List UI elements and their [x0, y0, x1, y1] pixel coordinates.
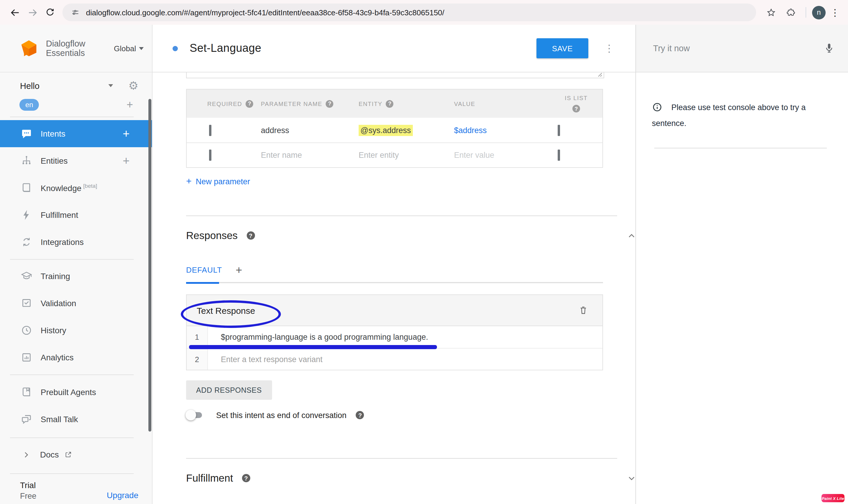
is-list-checkbox[interactable] — [558, 125, 560, 136]
variant-text-input[interactable]: $programming-language is a good programm… — [208, 326, 428, 348]
end-conversation-toggle[interactable] — [188, 412, 202, 418]
bookmark-star-icon[interactable] — [762, 3, 780, 21]
clock-icon — [21, 324, 32, 336]
screen: dialogflow.cloud.google.com/#/agent/mypr… — [0, 0, 848, 504]
sidebar-item-analytics[interactable]: Analytics — [0, 344, 152, 371]
parameter-entity-input[interactable]: Enter entity — [339, 151, 434, 160]
tune-icon[interactable] — [71, 8, 80, 17]
brand-line1: Dialogflow — [46, 39, 85, 48]
toolbar-separator — [806, 7, 806, 18]
intent-title: Set-Language — [190, 42, 261, 55]
check-square-icon — [21, 297, 32, 309]
divider — [10, 437, 134, 438]
new-parameter-label: New parameter — [196, 177, 250, 186]
reload-icon[interactable] — [41, 3, 59, 21]
parameter-value[interactable]: $address — [434, 126, 529, 134]
add-entity-icon[interactable]: + — [123, 155, 129, 167]
brand-name: Dialogflow Essentials — [46, 39, 85, 58]
test-console-input[interactable]: Try it now — [636, 25, 848, 72]
sidebar-item-label: Fulfillment — [41, 210, 78, 220]
new-parameter-link[interactable]: + New parameter — [186, 177, 603, 186]
tab-default[interactable]: DEFAULT — [186, 266, 222, 274]
help-icon[interactable]: ? — [247, 231, 255, 240]
forward-icon[interactable] — [23, 3, 41, 21]
collapse-icon[interactable] — [627, 231, 636, 241]
gear-icon[interactable]: ⚙ — [128, 80, 138, 91]
book-icon — [21, 182, 32, 194]
help-icon[interactable]: ? — [572, 105, 580, 112]
chevron-down-icon — [108, 84, 113, 87]
plus-icon: + — [186, 177, 192, 186]
required-checkbox[interactable] — [209, 149, 212, 161]
column-parameter-name: PARAMETER NAME — [261, 101, 322, 107]
save-button[interactable]: SAVE — [537, 38, 588, 58]
parameters-header-row: REQUIRED? PARAMETER NAME? ENTITY? VALUE … — [187, 90, 602, 118]
sidebar-item-entities[interactable]: Entities + — [0, 147, 152, 174]
chevron-down-icon — [139, 47, 144, 50]
agent-selector[interactable]: Hello ⚙ — [20, 80, 138, 91]
bar-chart-icon — [21, 352, 32, 363]
address-bar[interactable]: dialogflow.cloud.google.com/#/agent/mypr… — [62, 3, 756, 21]
parameter-name-input[interactable]: Enter name — [241, 151, 339, 160]
region-selector[interactable]: Global — [114, 44, 144, 53]
profile-avatar[interactable]: n — [812, 5, 826, 19]
sidebar-item-prebuilt-agents[interactable]: Prebuilt Agents — [0, 379, 152, 406]
divider — [10, 473, 134, 474]
brand-line2: Essentials — [46, 48, 85, 58]
required-checkbox[interactable] — [209, 125, 212, 136]
url-text: dialogflow.cloud.google.com/#/agent/mypr… — [86, 8, 444, 17]
chat-bubble-icon — [21, 128, 32, 140]
sidebar-item-validation[interactable]: Validation — [0, 290, 152, 317]
sidebar-item-small-talk[interactable]: Small Talk — [0, 406, 152, 433]
column-entity: ENTITY — [359, 101, 382, 107]
sidebar-item-label: Integrations — [41, 237, 84, 247]
help-icon[interactable]: ? — [326, 100, 333, 107]
sidebar-header: Dialogflow Essentials Global — [0, 25, 152, 72]
intent-menu-icon[interactable]: ⋮ — [604, 42, 614, 54]
variant-text-input[interactable]: Enter a text response variant — [208, 348, 322, 370]
expand-icon[interactable] — [627, 473, 636, 483]
parameter-value-input[interactable]: Enter value — [434, 151, 529, 160]
sidebar-item-training[interactable]: Training — [0, 263, 152, 290]
sidebar-item-integrations[interactable]: Integrations — [0, 229, 152, 255]
plan-sub: Free — [20, 491, 37, 502]
sidebar-item-history[interactable]: History — [0, 317, 152, 344]
sidebar-item-intents[interactable]: Intents + — [0, 120, 152, 147]
sidebar-item-knowledge[interactable]: Knowledge[beta] — [0, 174, 152, 201]
intent-header: Set-Language SAVE ⋮ — [152, 25, 635, 72]
training-phrase-input[interactable] — [186, 72, 604, 78]
parameter-name-value[interactable]: address — [241, 126, 339, 134]
sidebar-scrollbar[interactable] — [148, 99, 151, 432]
parameter-entity-value[interactable]: @sys.address — [359, 125, 413, 136]
sidebar-item-label: Prebuilt Agents — [41, 388, 96, 397]
sidebar-item-fulfillment[interactable]: Fulfillment — [0, 201, 152, 229]
add-responses-button[interactable]: ADD RESPONSES — [186, 380, 272, 400]
back-icon[interactable] — [6, 3, 23, 21]
language-chip[interactable]: en — [19, 98, 39, 110]
sync-icon — [21, 236, 32, 248]
region-label: Global — [114, 44, 136, 53]
upgrade-link[interactable]: Upgrade — [107, 490, 138, 500]
add-intent-icon[interactable]: + — [123, 128, 129, 140]
add-language-icon[interactable]: + — [127, 99, 133, 110]
agents-book-icon — [21, 386, 32, 398]
help-icon[interactable]: ? — [356, 411, 364, 419]
divider — [10, 259, 134, 260]
sidebar-item-label: History — [41, 326, 66, 335]
add-tab-icon[interactable]: + — [236, 264, 242, 275]
resize-grip-icon[interactable] — [598, 72, 602, 77]
help-icon[interactable]: ? — [242, 474, 250, 482]
mic-icon[interactable] — [823, 42, 835, 55]
extensions-icon[interactable] — [782, 3, 800, 21]
agent-name: Hello — [20, 81, 39, 90]
sidebar-item-docs[interactable]: Docs — [0, 442, 152, 468]
help-icon[interactable]: ? — [386, 100, 394, 107]
end-conversation-label: Set this intent as end of conversation — [216, 411, 346, 419]
sidebar-item-label: Entities — [41, 156, 68, 165]
response-variant-row: 2 Enter a text response variant — [187, 348, 602, 370]
is-list-checkbox[interactable] — [558, 149, 560, 161]
delete-icon[interactable] — [578, 305, 588, 316]
info-icon — [652, 102, 663, 112]
parameter-row: address @sys.address $address — [187, 118, 602, 143]
browser-menu-icon[interactable]: ⋮ — [828, 7, 842, 18]
